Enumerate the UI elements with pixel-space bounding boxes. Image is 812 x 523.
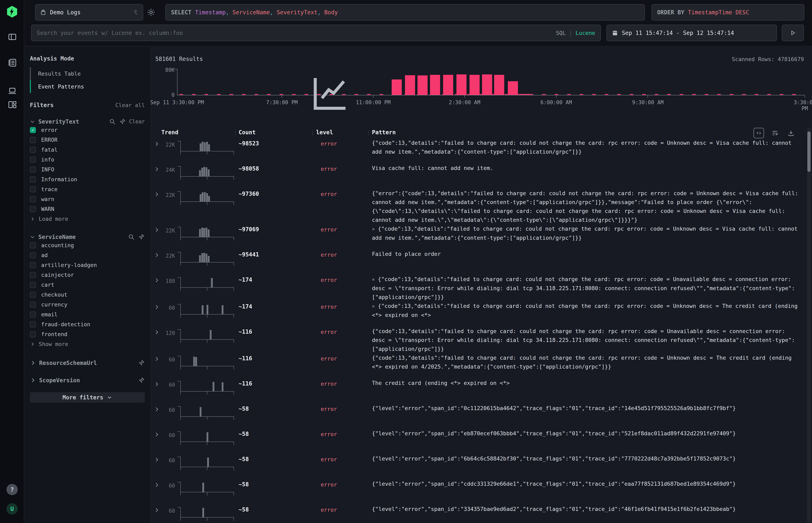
checkbox[interactable] [30,252,36,258]
filter-checkbox-item[interactable]: ✓ error [30,125,145,135]
load-more-button[interactable]: Load more [30,214,145,224]
checkbox[interactable] [30,166,36,173]
pattern-text[interactable]: {"level":"error","span_id":"334357bae9ed… [372,506,736,512]
pattern-text[interactable]: {"level":"error","span_id":"cddc331329e6… [372,481,736,487]
checkbox[interactable] [30,137,36,143]
order-by-input[interactable]: ORDER BY TimestampTime DESC [651,4,804,21]
view-source-code-button[interactable] [754,128,764,138]
column-header-level[interactable]: level [316,129,333,136]
pattern-text[interactable]: ×{"code":13,"details":"failed to charge … [372,276,795,300]
filter-checkbox-item[interactable]: checkout [30,290,145,300]
filter-checkbox-item[interactable]: cainjector [30,270,145,280]
checkbox[interactable] [30,262,36,268]
filter-group-resourceschemaurl[interactable]: ResourceSchemaUrl [30,360,145,366]
checkbox[interactable] [30,157,36,163]
chart-explorer-icon[interactable] [0,73,661,113]
pattern-text[interactable]: {"code":13,"details":"failed to charge c… [372,355,795,370]
filter-group-severitytext[interactable]: SeverityText Clear [30,118,145,125]
filter-checkbox-item[interactable]: info [30,155,145,164]
pattern-row[interactable]: 60 ~116 error {"code":13,"details":"fail… [151,354,799,379]
pattern-text[interactable]: {"level":"error","span_id":"0c11220615ba… [372,405,736,411]
search-logs-icon[interactable] [8,58,17,67]
filter-checkbox-item[interactable]: Information [30,175,145,184]
checkbox[interactable] [30,302,36,308]
sessions-icon[interactable] [8,86,17,95]
pattern-text[interactable]: ×{"code":13,"details":"failed to charge … [372,303,801,318]
pin-icon[interactable] [138,377,145,384]
pattern-row[interactable]: 60 ~58 error {"level":"error","span_id":… [151,404,799,429]
filter-checkbox-item[interactable]: currency [30,300,145,309]
pattern-row[interactable]: 180 ~174 error ×{"code":13,"details":"fa… [151,275,799,302]
pattern-row[interactable]: 120 ~116 error {"code":13,"details":"fai… [151,327,799,354]
sidebar-toggle-icon[interactable] [8,32,17,41]
filter-checkbox-item[interactable]: fatal [30,145,145,155]
pattern-text[interactable]: {"level":"error","span_id":"eb870ecef063… [372,430,736,436]
pattern-row[interactable]: 22K ~97360 error {"error":{"code":13,"de… [151,189,799,224]
filter-checkbox-item[interactable]: INFO [30,164,145,175]
pattern-text[interactable]: ×{"code":13,"details":"failed to charge … [372,226,801,241]
checkbox[interactable] [30,282,36,288]
filter-checkbox-item[interactable]: fraud-detection [30,319,145,329]
checkbox[interactable] [30,331,36,337]
pattern-text[interactable]: {"error":{"code":13,"details":"failed to… [372,190,801,223]
filter-checkbox-item[interactable]: artillery-loadgen [30,260,145,270]
filter-checkbox-item[interactable]: cart [30,280,145,290]
checkbox[interactable]: ✓ [30,127,36,133]
scrollbar-thumb[interactable] [807,131,811,172]
pattern-row[interactable]: 60 ~116 error The credit card (ending <*… [151,379,799,404]
checkbox[interactable] [30,196,36,202]
pattern-row[interactable]: 60 ~58 error {"level":"error","span_id":… [151,454,799,480]
pattern-row[interactable]: 60 ~174 error ×{"code":13,"details":"fai… [151,302,799,327]
query-language-toggle[interactable]: SQL | Lucene [556,30,595,36]
pin-icon[interactable] [138,360,145,366]
run-query-button[interactable] [782,24,804,41]
column-resize-handle[interactable]: ⋮ [310,129,315,136]
pattern-row[interactable]: 22K ~97069 error ×{"code":13,"details":"… [151,224,799,250]
checkbox[interactable] [30,321,36,327]
filter-group-servicename[interactable]: ServiceName [30,233,145,240]
pin-icon[interactable] [138,233,145,240]
app-logo-icon[interactable] [6,6,18,18]
search-input[interactable] [37,30,552,36]
checkbox[interactable] [30,311,36,318]
checkbox[interactable] [30,242,36,248]
pattern-row[interactable]: 60 ~58 error {"level":"error","span_id":… [151,505,799,523]
clear-group-link[interactable]: Clear [129,119,145,125]
download-csv-button[interactable] [786,128,796,138]
pattern-row[interactable]: 60 ~58 error {"level":"error","span_id":… [151,480,799,505]
dashboards-icon[interactable] [8,100,17,109]
filter-checkbox-item[interactable]: warn [30,194,145,204]
help-button[interactable]: ? [6,484,18,495]
column-resize-handle[interactable]: ⋮ [366,129,371,136]
filter-checkbox-item[interactable]: trace [30,184,145,194]
select-clause-input[interactable]: SELECT Timestamp, ServiceName, SeverityT… [165,4,645,21]
user-avatar[interactable]: U [6,503,18,515]
pattern-row[interactable]: 24K ~98058 error Visa cache full: cannot… [151,164,799,189]
search-bar[interactable]: SQL | Lucene [31,24,601,41]
column-resize-handle[interactable]: ⋮ [233,129,237,136]
vertical-scrollbar[interactable] [807,127,811,523]
pattern-text[interactable]: The credit card (ending <*> expired on <… [372,380,510,386]
filter-checkbox-item[interactable]: ERROR [30,135,145,145]
filter-checkbox-item[interactable]: email [30,309,145,319]
pattern-text[interactable]: Visa cache full: cannot add new item. [372,165,493,171]
column-header-pattern[interactable]: Pattern [372,129,396,136]
search-icon[interactable] [128,233,135,240]
source-settings-gear-icon[interactable] [146,8,156,17]
lang-lucene[interactable]: Lucene [576,30,595,36]
source-select[interactable]: Demo Logs [35,4,143,21]
wrap-lines-button[interactable] [770,128,780,138]
checkbox[interactable] [30,176,36,182]
column-header-trend[interactable]: Trend [161,129,178,136]
checkbox[interactable] [30,206,36,212]
checkbox[interactable] [30,186,36,192]
pattern-text[interactable]: Failed to place order [372,251,441,257]
column-header-count[interactable]: Count [239,129,255,136]
pattern-row[interactable]: 22K ~95441 error Failed to place order [151,250,799,275]
filter-checkbox-item[interactable]: WARN [30,204,145,214]
filter-checkbox-item[interactable]: frontend [30,329,145,339]
search-icon[interactable] [109,118,116,125]
pattern-text[interactable]: {"code":13,"details":"failed to charge c… [372,328,795,352]
pattern-text[interactable]: {"code":13,"details":"failed to charge c… [372,140,795,155]
filter-checkbox-item[interactable]: ad [30,250,145,260]
